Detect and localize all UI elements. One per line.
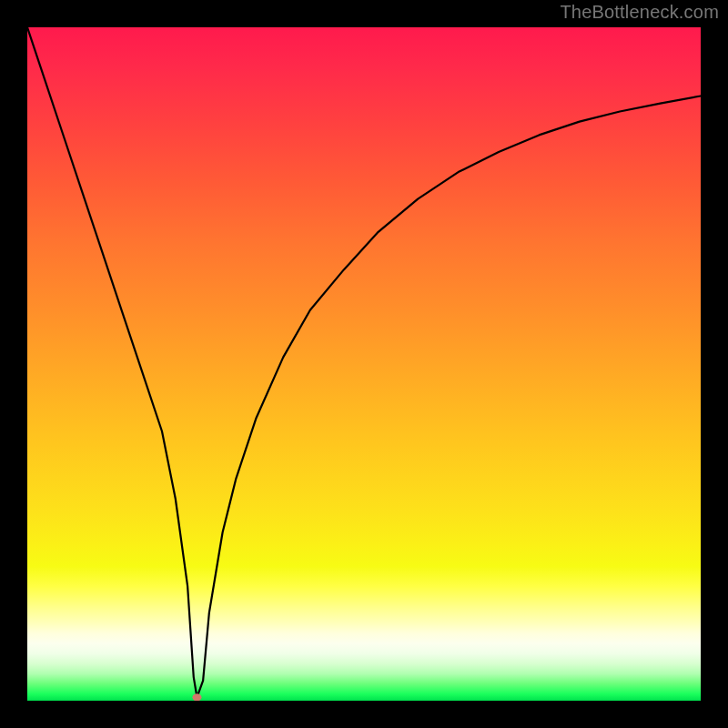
bottleneck-curve: [27, 27, 701, 697]
minimum-marker: [192, 693, 201, 701]
plot-area: [27, 27, 701, 701]
watermark-text: TheBottleneck.com: [560, 2, 719, 23]
chart-frame: TheBottleneck.com: [0, 0, 728, 728]
curve-svg: [27, 27, 701, 701]
